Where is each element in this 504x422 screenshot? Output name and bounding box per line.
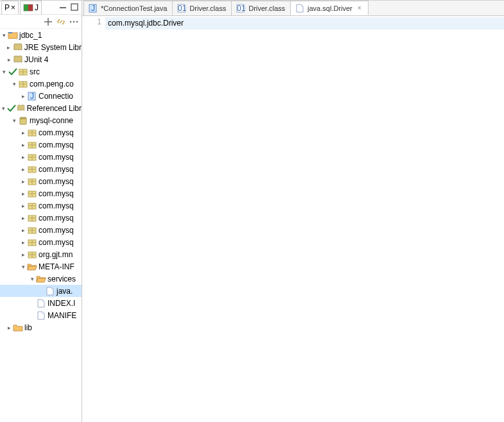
expand-icon[interactable]: ▸ [19, 226, 27, 234]
package-icon [27, 237, 37, 248]
editor-body[interactable]: 1 com.mysql.jdbc.Driver [82, 16, 504, 422]
minimize-icon[interactable] [58, 3, 69, 13]
source-folder-icon [18, 67, 28, 77]
maximize-icon[interactable] [70, 3, 80, 13]
expand-icon[interactable]: ▾ [19, 263, 27, 271]
tree-file-java-driver[interactable]: ▸java. [0, 285, 82, 297]
view-tab-close-icon[interactable]: × [11, 3, 15, 12]
tree-file-manifest[interactable]: ▸MANIFE [0, 309, 82, 321]
expand-icon[interactable]: ▸ [19, 202, 27, 210]
class-file-icon [236, 3, 246, 13]
tree-package[interactable]: ▸com.mysq [0, 187, 82, 199]
package-icon [18, 79, 28, 89]
package-icon [27, 225, 37, 235]
expand-icon[interactable]: ▸ [19, 251, 27, 258]
tree-label: Connectio [39, 92, 73, 101]
view-tab-junit[interactable]: J [20, 1, 42, 14]
expand-icon[interactable]: ▸ [19, 129, 27, 137]
close-tab-icon[interactable]: × [356, 5, 363, 12]
tree-label: services [48, 274, 76, 283]
tree-junit[interactable]: ▸ JUnit 4 [0, 53, 82, 65]
tree-folder-metainf[interactable]: ▾META-INF [0, 260, 82, 273]
tree-label: java. [56, 287, 73, 296]
expand-icon[interactable]: ▸ [5, 56, 13, 63]
library-icon [13, 42, 23, 53]
expand-icon[interactable]: ▸ [19, 92, 27, 100]
tree-referenced-libs[interactable]: ▾ Referenced Libr [0, 102, 82, 114]
tree-package[interactable]: ▸com.mysq [0, 139, 82, 151]
tree-jar[interactable]: ▾ mysql-conne [0, 114, 82, 126]
tree-folder-services[interactable]: ▾services [0, 273, 82, 285]
line-number: 1 [82, 17, 101, 26]
expand-icon[interactable]: ▸ [19, 165, 27, 173]
tree-package[interactable]: ▸com.mysq [0, 224, 82, 236]
link-with-editor-icon[interactable] [56, 17, 66, 27]
tree-project[interactable]: ▾ jdbc_1 [0, 29, 82, 41]
library-icon [13, 55, 23, 65]
tab-label: Driver.class [189, 4, 226, 12]
view-tab-p[interactable]: P × [1, 1, 19, 14]
tree-label: org.gjt.mn [39, 250, 73, 259]
java-file-icon [88, 3, 98, 13]
expand-icon[interactable]: ▾ [10, 117, 18, 124]
expand-icon[interactable]: ▸ [5, 324, 13, 332]
tree-jre[interactable]: ▸ JRE System Libr [0, 41, 82, 53]
package-icon [27, 140, 37, 150]
tree-label: JRE System Libr [24, 43, 82, 52]
package-icon [27, 152, 37, 162]
tree-src[interactable]: ▾ src [0, 65, 82, 78]
tree-package[interactable]: ▸org.gjt.mn [0, 248, 82, 260]
editor-tab[interactable]: *ConnectionTest.java [83, 1, 173, 15]
tree-package[interactable]: ▸com.mysq [0, 199, 82, 212]
expand-icon[interactable]: ▾ [28, 275, 36, 283]
editor-tab-active[interactable]: java.sql.Driver × [290, 1, 369, 15]
tree-package[interactable]: ▸com.mysq [0, 236, 82, 248]
project-icon [8, 30, 18, 40]
expand-icon[interactable]: ▸ [19, 214, 27, 222]
line-gutter: 1 [82, 16, 105, 422]
expand-icon[interactable]: ▸ [19, 153, 27, 161]
tree-label: com.mysq [39, 189, 74, 198]
view-tab-p-label: P [4, 3, 10, 12]
expand-icon[interactable]: ▸ [5, 44, 13, 51]
tree-label: mysql-conne [30, 116, 73, 125]
package-explorer: P × J ▾ jdbc_1 ▸ [0, 1, 82, 422]
view-menu-icon[interactable] [69, 17, 79, 27]
workbench: P × J ▾ jdbc_1 ▸ [0, 0, 504, 422]
tree-folder-lib[interactable]: ▸lib [0, 321, 82, 333]
checkmark-icon [8, 67, 18, 77]
code-content[interactable]: com.mysql.jdbc.Driver [105, 16, 504, 422]
tree-label: com.mysq [39, 177, 74, 186]
expand-icon[interactable]: ▾ [10, 80, 18, 88]
expand-icon[interactable]: ▾ [0, 105, 6, 112]
tree-package[interactable]: ▸com.mysq [0, 212, 82, 224]
class-file-icon [177, 3, 187, 13]
tree-package[interactable]: ▸com.mysq [0, 175, 82, 187]
tab-label: *ConnectionTest.java [101, 4, 167, 12]
tree-label: com.mysq [39, 238, 74, 247]
tree-file-index[interactable]: ▸INDEX.I [0, 297, 82, 309]
editor-area: *ConnectionTest.java Driver.class Driver… [82, 1, 504, 422]
editor-tab[interactable]: Driver.class [172, 1, 232, 15]
tree-java-file[interactable]: ▸ Connectio [0, 90, 82, 102]
package-icon [27, 176, 37, 187]
code-line[interactable]: com.mysql.jdbc.Driver [105, 17, 504, 30]
package-icon [27, 128, 37, 138]
project-tree[interactable]: ▾ jdbc_1 ▸ JRE System Libr ▸ JUnit 4 ▾ s… [0, 29, 82, 422]
jar-icon [18, 115, 28, 126]
tree-package[interactable]: ▸com.mysq [0, 126, 82, 139]
editor-tabbar: *ConnectionTest.java Driver.class Driver… [82, 1, 504, 16]
expand-icon[interactable]: ▸ [19, 141, 27, 149]
expand-icon[interactable]: ▾ [0, 68, 8, 76]
expand-icon[interactable]: ▾ [0, 31, 8, 39]
tree-label: com.mysq [39, 140, 74, 149]
expand-icon[interactable]: ▸ [19, 190, 27, 198]
expand-icon[interactable]: ▸ [19, 239, 27, 246]
expand-icon[interactable]: ▸ [19, 178, 27, 185]
tree-package[interactable]: ▸com.mysq [0, 163, 82, 175]
tree-package[interactable]: ▾ com.peng.co [0, 78, 82, 90]
editor-tab[interactable]: Driver.class [231, 1, 291, 15]
collapse-all-icon[interactable] [43, 17, 53, 27]
tree-package[interactable]: ▸com.mysq [0, 151, 82, 163]
folder-open-icon [27, 262, 37, 272]
